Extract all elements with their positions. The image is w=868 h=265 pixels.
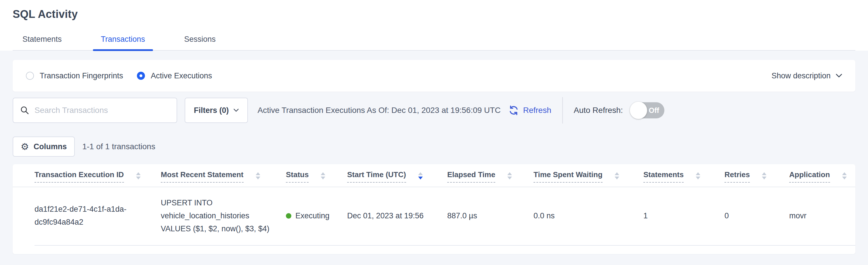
radio-transaction-fingerprints[interactable]: Transaction Fingerprints: [26, 72, 123, 80]
radio-unselected-icon: [26, 72, 34, 80]
sort-icon: [615, 170, 619, 180]
cell-transaction-execution-id: da1f21e2-de71-4c1f-a1da-dc9fc94a84a2: [34, 203, 161, 229]
tab-bar: Statements Transactions Sessions: [13, 35, 855, 51]
show-description-button[interactable]: Show description: [771, 72, 842, 80]
refresh-button[interactable]: Refresh: [508, 105, 551, 116]
executing-status-icon: [286, 213, 291, 219]
row-divider: [34, 245, 855, 246]
sort-icon: [842, 170, 847, 180]
toolbar: Filters (0) Active Transaction Execution…: [13, 97, 855, 123]
sort-icon: [136, 170, 141, 180]
sort-icon: [507, 170, 512, 180]
chevron-down-icon: [836, 74, 842, 78]
filters-label: Filters (0): [194, 106, 229, 115]
column-header-start-time[interactable]: Start Time (UTC): [347, 170, 447, 183]
tab-transactions[interactable]: Transactions: [93, 35, 153, 50]
refresh-icon: [508, 105, 519, 116]
show-description-label: Show description: [771, 72, 831, 80]
cell-start-time: Dec 01, 2023 at 19:56: [347, 209, 447, 222]
toolbar-divider: [562, 97, 563, 124]
radio-active-executions[interactable]: Active Executions: [137, 72, 212, 80]
auto-refresh-toggle[interactable]: Off: [630, 102, 664, 118]
result-count: 1-1 of 1 transactions: [82, 142, 155, 151]
columns-label: Columns: [34, 142, 67, 151]
cell-statements: 1: [643, 209, 724, 222]
cell-retries: 0: [724, 209, 789, 222]
chevron-down-icon: [234, 109, 239, 112]
refresh-label: Refresh: [523, 106, 551, 115]
search-box: [13, 98, 177, 123]
column-header-application[interactable]: Application: [789, 170, 847, 183]
column-header-elapsed-time[interactable]: Elapsed Time: [447, 170, 533, 183]
columns-button[interactable]: ⚙ Columns: [13, 136, 75, 157]
column-header-statements[interactable]: Statements: [643, 170, 724, 183]
page-title: SQL Activity: [13, 8, 855, 21]
radio-selected-icon: [137, 72, 145, 80]
tab-statements[interactable]: Statements: [14, 35, 70, 50]
column-header-retries[interactable]: Retries: [724, 170, 789, 183]
sort-icon: [696, 170, 700, 180]
filters-button[interactable]: Filters (0): [185, 98, 248, 123]
page-header: SQL Activity Statements Transactions Ses…: [0, 0, 868, 51]
sort-icon: [418, 170, 423, 180]
column-header-most-recent-statement[interactable]: Most Recent Statement: [161, 170, 286, 183]
sort-icon: [762, 170, 767, 180]
column-header-time-spent-waiting[interactable]: Time Spent Waiting: [533, 170, 643, 183]
gear-icon: ⚙: [21, 142, 29, 151]
radio-label: Transaction Fingerprints: [40, 72, 123, 80]
table-row: da1f21e2-de71-4c1f-a1da-dc9fc94a84a2 UPS…: [13, 187, 855, 245]
column-header-status[interactable]: Status: [286, 170, 347, 183]
view-mode-card: Transaction Fingerprints Active Executio…: [13, 60, 855, 91]
column-header-transaction-execution-id[interactable]: Transaction Execution ID: [34, 170, 161, 183]
cell-status: Executing: [286, 209, 347, 222]
cell-most-recent-statement: UPSERT INTO vehicle_location_histories V…: [161, 196, 286, 235]
cell-time-spent-waiting: 0.0 ns: [533, 209, 643, 222]
table-header-row: Transaction Execution ID Most Recent Sta…: [13, 164, 855, 183]
toggle-state-label: Off: [649, 106, 659, 115]
search-icon: [20, 106, 29, 115]
sort-icon: [321, 170, 325, 180]
as-of-text: Active Transaction Executions As Of: Dec…: [258, 106, 501, 115]
transactions-table: Transaction Execution ID Most Recent Sta…: [13, 164, 855, 254]
radio-label: Active Executions: [151, 72, 212, 80]
tab-sessions[interactable]: Sessions: [176, 35, 224, 50]
search-input[interactable]: [34, 106, 170, 115]
toggle-knob: [630, 102, 647, 119]
table-toolbar: ⚙ Columns 1-1 of 1 transactions: [13, 136, 855, 157]
status-label: Executing: [296, 209, 330, 222]
cell-elapsed-time: 887.0 µs: [447, 209, 533, 222]
sort-icon: [256, 170, 260, 180]
cell-application: movr: [789, 209, 844, 222]
auto-refresh-label: Auto Refresh:: [574, 106, 623, 115]
